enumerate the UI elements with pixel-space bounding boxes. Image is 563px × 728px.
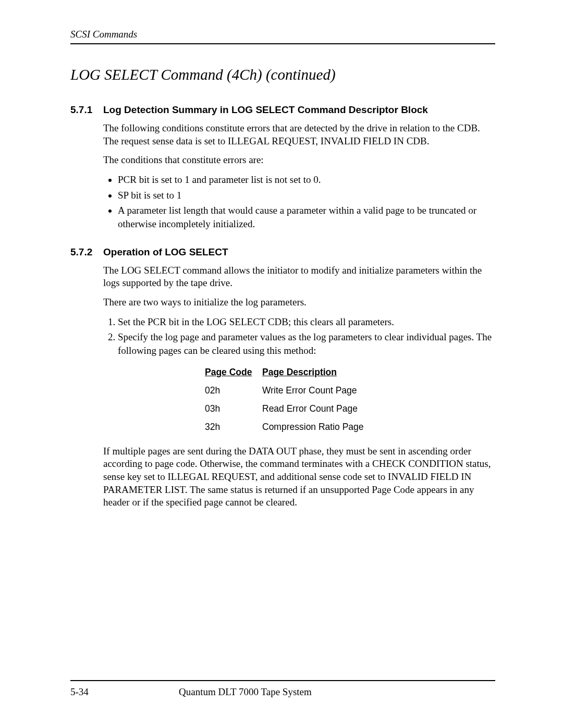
table-cell-code: 03h bbox=[205, 403, 262, 414]
list-item: Specify the log page and parameter value… bbox=[118, 330, 495, 357]
section-title: Operation of LOG SELECT bbox=[103, 246, 228, 258]
section-title: Log Detection Summary in LOG SELECT Comm… bbox=[103, 104, 428, 116]
table-header-code: Page Code bbox=[205, 367, 262, 378]
document-page: SCSI Commands LOG SELECT Command (4Ch) (… bbox=[0, 0, 563, 728]
section-number: 5.7.1 bbox=[70, 104, 94, 116]
bottom-rule bbox=[70, 680, 495, 681]
table-row: 02h Write Error Count Page bbox=[205, 385, 495, 396]
table-header-row: Page Code Page Description bbox=[205, 367, 495, 378]
section-body: The LOG SELECT command allows the initia… bbox=[103, 264, 495, 509]
table-row: 32h Compression Ratio Page bbox=[205, 422, 495, 433]
table-header-desc: Page Description bbox=[262, 367, 495, 378]
section-5-7-2: 5.7.2 Operation of LOG SELECT The LOG SE… bbox=[70, 246, 495, 509]
table-row: 03h Read Error Count Page bbox=[205, 403, 495, 414]
page-footer: 5-34 Quantum DLT 7000 Tape System bbox=[70, 686, 495, 698]
paragraph: The following conditions constitute erro… bbox=[103, 122, 495, 147]
footer-title: Quantum DLT 7000 Tape System bbox=[179, 686, 495, 698]
list-item: Set the PCR bit in the LOG SELECT CDB; t… bbox=[118, 315, 495, 329]
section-heading: 5.7.2 Operation of LOG SELECT bbox=[70, 246, 495, 258]
paragraph: If multiple pages are sent during the DA… bbox=[103, 445, 495, 509]
section-5-7-1: 5.7.1 Log Detection Summary in LOG SELEC… bbox=[70, 104, 495, 231]
bullet-list: PCR bit is set to 1 and parameter list i… bbox=[103, 173, 495, 231]
list-item: A parameter list length that would cause… bbox=[118, 204, 495, 230]
footer-page-number: 5-34 bbox=[70, 686, 179, 698]
table-cell-code: 32h bbox=[205, 422, 262, 433]
chapter-title: LOG SELECT Command (4Ch) (continued) bbox=[70, 66, 495, 83]
list-item: SP bit is set to 1 bbox=[118, 189, 495, 202]
ordered-list: Set the PCR bit in the LOG SELECT CDB; t… bbox=[103, 315, 495, 357]
table-cell-desc: Compression Ratio Page bbox=[262, 422, 495, 433]
top-rule bbox=[70, 43, 495, 44]
table-cell-code: 02h bbox=[205, 385, 262, 396]
paragraph: The conditions that constitute errors ar… bbox=[103, 154, 495, 167]
list-item: PCR bit is set to 1 and parameter list i… bbox=[118, 173, 495, 187]
section-number: 5.7.2 bbox=[70, 246, 94, 258]
table-cell-desc: Write Error Count Page bbox=[262, 385, 495, 396]
page-code-table: Page Code Page Description 02h Write Err… bbox=[205, 367, 495, 433]
paragraph: There are two ways to initialize the log… bbox=[103, 296, 495, 309]
section-body: The following conditions constitute erro… bbox=[103, 122, 495, 231]
paragraph: The LOG SELECT command allows the initia… bbox=[103, 264, 495, 290]
running-header: SCSI Commands bbox=[70, 29, 495, 40]
table-cell-desc: Read Error Count Page bbox=[262, 403, 495, 414]
section-heading: 5.7.1 Log Detection Summary in LOG SELEC… bbox=[70, 104, 495, 116]
